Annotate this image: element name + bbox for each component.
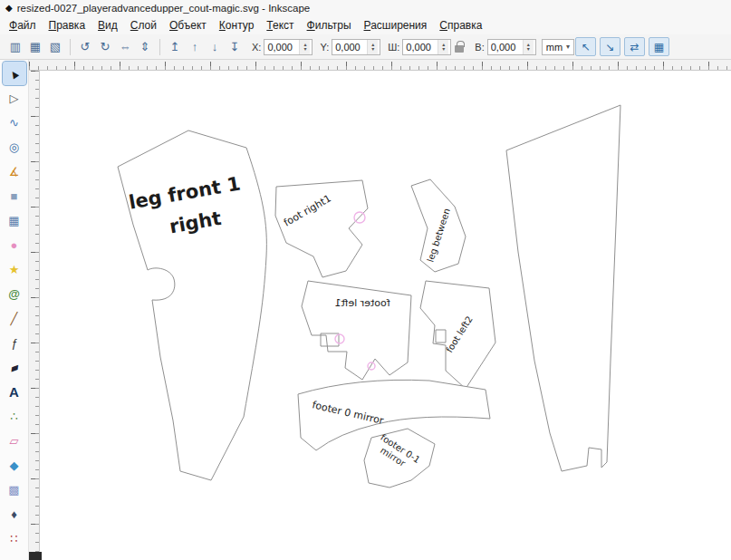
pencil-icon: ╱: [11, 313, 18, 324]
spiral-icon: @: [8, 288, 20, 300]
dropper-icon: ♦: [11, 508, 17, 520]
unit-dropdown[interactable]: mm: [542, 39, 574, 55]
tool-dropper[interactable]: ♦: [3, 502, 26, 526]
connector-icon: ∷: [10, 533, 17, 545]
gradient-icon: ▩: [8, 484, 19, 496]
zoom-icon: ◎: [9, 141, 19, 153]
menu-item-text[interactable]: Текст: [260, 17, 300, 34]
tool-star[interactable]: ★: [3, 257, 26, 281]
menu-item-path[interactable]: Контур: [213, 17, 260, 34]
star-icon: ★: [9, 264, 20, 275]
menu-item-file[interactable]: Файл: [3, 17, 43, 34]
tool-selector[interactable]: ▲: [3, 62, 26, 85]
lower-icon[interactable]: ↓: [205, 37, 225, 56]
width-field-label: Ш:: [388, 42, 399, 53]
toolbar-separator: [70, 39, 71, 55]
tool-ellipse[interactable]: ●: [3, 233, 26, 256]
tool-zoom[interactable]: ◎: [3, 135, 26, 159]
y-field-label: Y:: [320, 42, 329, 53]
spray-icon: ∴: [10, 410, 17, 422]
width-spinner[interactable]: [438, 40, 448, 54]
tool-connector[interactable]: ∷: [3, 526, 26, 550]
unit-value: mm: [546, 42, 563, 53]
x-input[interactable]: [265, 40, 299, 54]
eraser-icon: ▱: [10, 435, 19, 447]
scale-corners-toggle[interactable]: ↘: [600, 37, 620, 56]
tool-rectangle[interactable]: ■: [3, 184, 26, 208]
height-field-label: В:: [475, 42, 484, 53]
tool-spray[interactable]: ∴: [3, 404, 26, 428]
transform-affect-toggles: ↖ ↘ ⇄ ▦: [575, 37, 669, 56]
lock-ratio-icon[interactable]: [455, 45, 464, 53]
tool-measure[interactable]: ∡: [3, 159, 26, 183]
width-input[interactable]: [403, 40, 438, 54]
canvas[interactable]: leg front 1 right foot right1 leg betwee…: [40, 71, 731, 560]
select-all-icon[interactable]: ▦: [25, 37, 45, 56]
rectangle-icon: ■: [11, 190, 18, 202]
select-tool-options-toolbar: ▥ ▦ ▧ ↺ ↻ ⇔ ⇕ ↥ ↑ ↓ ↧ X: Y: Ш: В:: [0, 34, 731, 60]
raise-to-top-icon[interactable]: ↥: [165, 37, 185, 56]
y-input[interactable]: [332, 40, 367, 54]
menu-item-extensions[interactable]: Расширения: [358, 17, 434, 34]
horizontal-ruler[interactable]: [29, 60, 731, 71]
titlebar: ◆ resized-0027_playeradvancedupper_cout-…: [0, 0, 731, 16]
ellipse-icon: ●: [11, 239, 18, 251]
text-tool-icon: A: [9, 385, 19, 399]
scale-stroke-toggle[interactable]: ↖: [575, 37, 596, 56]
raise-icon[interactable]: ↑: [185, 37, 205, 56]
x-spinner[interactable]: [299, 40, 310, 54]
tweak-icon: ∿: [9, 117, 19, 129]
tool-gradient[interactable]: ▩: [3, 478, 26, 501]
label-footer-left1[interactable]: footer left1: [334, 297, 390, 309]
canvas-column: leg front 1 right foot right1 leg betwee…: [29, 60, 731, 560]
tool-bezier-pen[interactable]: ƒ: [3, 331, 26, 354]
tool-3d-box[interactable]: ▦: [3, 208, 26, 232]
measure-icon: ∡: [9, 166, 20, 178]
tool-calligraphy[interactable]: ▰: [3, 355, 26, 379]
move-patterns-toggle[interactable]: ▦: [649, 37, 669, 56]
menu-item-edit[interactable]: Правка: [43, 17, 92, 34]
box-3d-icon: ▦: [8, 215, 19, 227]
menu-item-filters[interactable]: Фильтры: [301, 17, 358, 34]
toolbar-separator: [159, 39, 160, 55]
tool-text[interactable]: A: [3, 380, 26, 403]
height-field: [487, 39, 536, 55]
y-spinner[interactable]: [367, 40, 378, 54]
height-input[interactable]: [488, 40, 523, 54]
lower-to-bottom-icon[interactable]: ↧: [225, 37, 245, 56]
selector-icon: ▲: [5, 65, 22, 82]
deselect-icon[interactable]: ▧: [45, 37, 65, 56]
shape-footer-left1[interactable]: [302, 281, 411, 380]
toolbox: ▲ ▷ ∿ ◎ ∡ ■ ▦ ● ★ @ ╱ ƒ ▰ A ∴ ▱ ◆ ▩ ♦ ∷: [0, 60, 29, 560]
flip-vertical-icon[interactable]: ⇕: [135, 37, 155, 56]
flip-horizontal-icon[interactable]: ⇔: [115, 37, 135, 56]
tool-spiral[interactable]: @: [3, 282, 26, 305]
x-field: [264, 39, 313, 55]
vertical-ruler[interactable]: [29, 71, 40, 560]
move-gradients-toggle[interactable]: ⇄: [624, 37, 645, 56]
window-title: resized-0027_playeradvancedupper_cout-ma…: [17, 3, 310, 14]
svg-document: leg front 1 right foot right1 leg betwee…: [40, 71, 731, 560]
menu-item-object[interactable]: Объект: [163, 17, 213, 34]
tool-paint-bucket[interactable]: ◆: [3, 453, 26, 477]
tool-tweak[interactable]: ∿: [3, 111, 26, 134]
inkscape-window: ◆ resized-0027_playeradvancedupper_cout-…: [0, 0, 731, 560]
height-spinner[interactable]: [523, 40, 534, 54]
y-field: [332, 39, 380, 55]
calligraphy-icon: ▰: [8, 360, 21, 374]
rotate-ccw-icon[interactable]: ↺: [75, 37, 95, 56]
bezier-pen-icon: ƒ: [11, 337, 17, 349]
menu-item-help[interactable]: Справка: [433, 17, 488, 34]
shape-right-panel[interactable]: [506, 105, 620, 471]
rotate-cw-icon[interactable]: ↻: [95, 37, 115, 56]
tool-pencil[interactable]: ╱: [3, 306, 26, 330]
width-field: [402, 39, 451, 55]
menubar: Файл Правка Вид Слой Объект Контур Текст…: [0, 16, 731, 34]
menu-item-view[interactable]: Вид: [91, 17, 124, 34]
selection-settings-icon[interactable]: ▥: [5, 37, 25, 56]
menu-item-layer[interactable]: Слой: [124, 17, 163, 34]
scroll-corner: [29, 552, 42, 560]
tool-node-editor[interactable]: ▷: [3, 86, 26, 110]
x-field-label: X:: [252, 42, 261, 53]
tool-eraser[interactable]: ▱: [3, 429, 26, 452]
